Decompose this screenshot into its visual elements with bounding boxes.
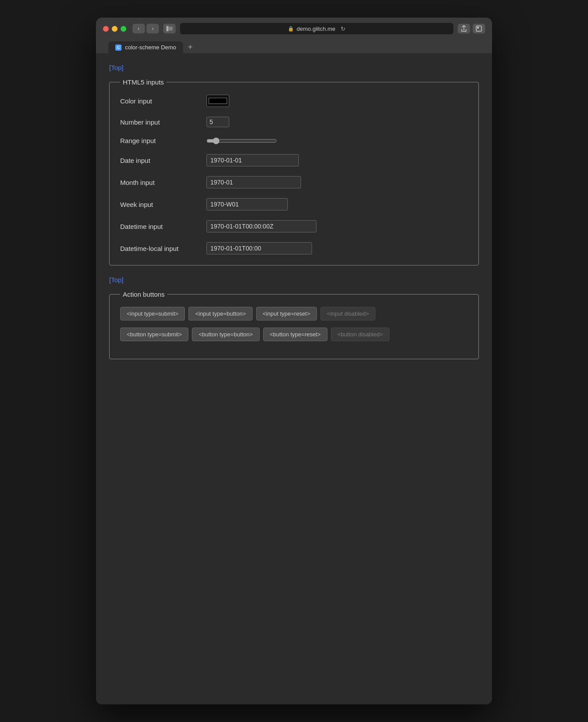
color-input[interactable]	[206, 95, 229, 107]
action-buttons-section: Action buttons <input type=submit> <inpu…	[109, 291, 479, 359]
html5-inputs-section: HTML5 inputs Color input Number input Ra…	[109, 78, 479, 265]
back-button[interactable]: ‹	[132, 24, 145, 33]
title-bar-top: ‹ › 🔒 demo.glitch.me ↻	[103, 23, 485, 34]
reload-button[interactable]: ↻	[341, 26, 345, 32]
action-section-legend: Action buttons	[120, 291, 167, 298]
month-row: Month input	[120, 176, 468, 188]
svg-rect-5	[477, 27, 479, 29]
tab-title: color-scheme Demo	[125, 44, 176, 51]
number-label: Number input	[120, 118, 199, 126]
range-label: Range input	[120, 137, 199, 144]
color-label: Color input	[120, 97, 199, 105]
range-row: Range input	[120, 137, 468, 144]
toolbar-right	[458, 24, 485, 33]
week-input[interactable]	[206, 198, 288, 210]
svg-rect-2	[169, 28, 173, 29]
button-button-button[interactable]: <button type=button>	[192, 328, 259, 341]
datetime-local-label: Datetime-local input	[120, 245, 199, 252]
title-bar: ‹ › 🔒 demo.glitch.me ↻	[96, 18, 492, 53]
svg-rect-4	[476, 26, 481, 31]
tab-favicon: C	[115, 44, 121, 51]
tab-bar: C color-scheme Demo +	[103, 39, 485, 53]
date-row: Date input	[120, 154, 468, 166]
range-input[interactable]	[206, 137, 277, 144]
week-label: Week input	[120, 201, 199, 208]
minimize-button[interactable]	[112, 26, 118, 32]
nav-buttons: ‹ ›	[132, 24, 159, 33]
button-disabled-button: <button disabled>	[331, 328, 390, 341]
top-link-1[interactable]: [Top]	[109, 64, 124, 71]
range-container	[206, 137, 277, 144]
page-content: [Top] HTML5 inputs Color input Number in…	[96, 53, 492, 704]
input-button-button[interactable]: <input type=button>	[188, 307, 252, 320]
number-input[interactable]	[206, 117, 229, 127]
lock-icon: 🔒	[288, 26, 294, 32]
button-submit-button[interactable]: <button type=submit>	[120, 328, 188, 341]
datetime-input[interactable]	[206, 220, 316, 232]
week-row: Week input	[120, 198, 468, 210]
input-reset-button[interactable]: <input type=reset>	[256, 307, 317, 320]
html5-section-legend: HTML5 inputs	[120, 78, 166, 86]
datetime-label: Datetime input	[120, 223, 199, 230]
svg-rect-1	[169, 27, 173, 28]
datetime-row: Datetime input	[120, 220, 468, 232]
date-input[interactable]	[206, 154, 299, 166]
tabs-button[interactable]	[473, 24, 485, 33]
input-disabled-button: <input disabled>	[320, 307, 375, 320]
svg-rect-3	[169, 29, 173, 30]
month-input[interactable]	[206, 176, 301, 188]
number-row: Number input	[120, 117, 468, 127]
forward-button[interactable]: ›	[147, 24, 159, 33]
button-reset-button[interactable]: <button type=reset>	[263, 328, 327, 341]
url-text: demo.glitch.me	[297, 26, 335, 32]
input-submit-button[interactable]: <input type=submit>	[120, 307, 185, 320]
top-link-2[interactable]: [Top]	[109, 276, 124, 284]
traffic-lights	[103, 26, 126, 32]
address-bar[interactable]: 🔒 demo.glitch.me ↻	[180, 23, 453, 34]
browser-window: ‹ › 🔒 demo.glitch.me ↻	[96, 18, 492, 704]
input-button-group: <input type=submit> <input type=button> …	[120, 307, 468, 320]
active-tab[interactable]: C color-scheme Demo	[108, 41, 183, 53]
button-button-group: <button type=submit> <button type=button…	[120, 328, 468, 341]
new-tab-button[interactable]: +	[185, 42, 195, 53]
color-row: Color input	[120, 95, 468, 107]
datetime-local-input[interactable]	[206, 242, 312, 254]
close-button[interactable]	[103, 26, 109, 32]
datetime-local-row: Datetime-local input	[120, 242, 468, 254]
share-button[interactable]	[458, 24, 470, 33]
svg-rect-0	[166, 26, 169, 31]
sidebar-button[interactable]	[163, 24, 176, 33]
maximize-button[interactable]	[121, 26, 126, 32]
month-label: Month input	[120, 179, 199, 186]
date-label: Date input	[120, 157, 199, 164]
